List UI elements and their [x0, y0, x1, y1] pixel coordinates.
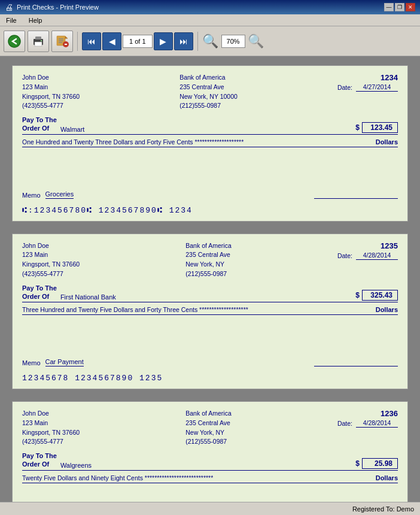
- amount-words: Twenty Five Dollars and Ninety Eight Cen…: [22, 474, 371, 481]
- svg-point-0: [8, 35, 20, 47]
- status-bar: Registered To: Demo: [0, 502, 420, 515]
- check-1: John Doe 123 Main Kingsport, TN 37660 (4…: [12, 65, 408, 222]
- dollars-label: Dollars: [376, 306, 398, 313]
- pay-to-amount: $ 325.43: [355, 290, 398, 301]
- options-icon: [55, 34, 69, 49]
- app-logo-icon: 🖨: [5, 2, 13, 12]
- check-header: John Doe 123 Main Kingsport, TN 37660 (4…: [22, 73, 398, 111]
- pay-to-row: Pay To TheOrder Of Walgreens $ 25.98: [22, 452, 398, 471]
- options-button[interactable]: [51, 31, 73, 52]
- check-bank: Bank of America 235 Central Ave New York…: [185, 241, 231, 279]
- from-phone: (423)555-4777: [22, 101, 80, 111]
- date-label: Date:: [337, 84, 352, 91]
- check-from: John Doe 123 Main Kingsport, TN 37660 (4…: [22, 73, 80, 111]
- check-3: John Doe 123 Main Kingsport, TN 37660 (4…: [12, 401, 408, 502]
- memo-value: Car Payment: [45, 358, 84, 366]
- close-button[interactable]: ✕: [406, 3, 415, 11]
- zoom-group: 🔍 70% 🔍: [202, 33, 264, 50]
- from-city: Kingsport, TN 37660: [22, 92, 80, 102]
- back-icon: [8, 35, 21, 48]
- svg-rect-3: [35, 42, 42, 46]
- pay-to-row: Pay To TheOrder Of First National Bank $…: [22, 284, 398, 303]
- check-middle: [22, 320, 398, 356]
- memo-group: Memo Car Payment: [22, 358, 84, 366]
- menu-bar: File Help: [0, 14, 420, 26]
- dollars-label: Dollars: [376, 474, 398, 481]
- bank-name: Bank of America: [185, 409, 231, 419]
- pay-to-row: Pay To TheOrder Of Walmart $ 123.45: [22, 116, 398, 135]
- memo-row: Memo Car Payment: [22, 358, 398, 366]
- back-button[interactable]: [4, 31, 25, 52]
- check-middle: [22, 152, 398, 188]
- prev-page-button[interactable]: ◀: [102, 32, 121, 50]
- signature-line: [314, 198, 398, 199]
- separator-2: [197, 32, 198, 51]
- check-date-row: Date: 4/28/2014: [337, 252, 398, 260]
- date-value: 4/28/2014: [356, 419, 398, 428]
- from-address: 123 Main: [22, 419, 80, 428]
- amount: 25.98: [362, 458, 398, 469]
- bank-city: New York, NY: [185, 428, 231, 438]
- next-page-button[interactable]: ▶: [154, 32, 173, 50]
- title-bar-buttons: — ❐ ✕: [384, 3, 415, 11]
- check-date-row: Date: 4/27/2014: [337, 83, 398, 92]
- from-name: John Doe: [22, 241, 80, 251]
- zoom-in-button[interactable]: 🔍: [202, 33, 219, 50]
- bank-name: Bank of America: [179, 73, 238, 83]
- bank-phone: (212)555-0987: [185, 437, 231, 447]
- bank-city: New York, NY 10000: [179, 92, 238, 102]
- from-city: Kingsport, TN 37660: [22, 260, 80, 269]
- date-value: 4/27/2014: [356, 83, 398, 92]
- status-text: Registered To: Demo: [352, 505, 414, 513]
- amount: 325.43: [362, 290, 398, 301]
- scroll-area[interactable]: John Doe 123 Main Kingsport, TN 37660 (4…: [0, 56, 420, 502]
- check-2: John Doe 123 Main Kingsport, TN 37660 (4…: [12, 234, 408, 390]
- menu-file[interactable]: File: [2, 16, 20, 25]
- memo-value: Groceries: [45, 190, 74, 199]
- dollar-sign: $: [355, 459, 360, 468]
- amount-words: One Hundred and Twenty Three Dollars and…: [22, 138, 371, 146]
- check-number-date: 1235 Date: 4/28/2014: [337, 241, 398, 279]
- window-title: Print Checks - Print Preview: [17, 4, 99, 11]
- menu-help[interactable]: Help: [25, 16, 46, 25]
- dollars-row: One Hundred and Twenty Three Dollars and…: [22, 137, 398, 147]
- from-phone: (423)555-4777: [22, 437, 80, 447]
- memo-group: Memo Groceries: [22, 190, 74, 199]
- first-page-button[interactable]: ⏮: [82, 32, 101, 50]
- check-bank: Bank of America 235 Central Ave New York…: [179, 73, 238, 111]
- date-label: Date:: [337, 252, 352, 259]
- minimize-button[interactable]: —: [384, 3, 394, 11]
- bank-name: Bank of America: [185, 241, 231, 251]
- svg-point-4: [41, 40, 42, 41]
- date-label: Date:: [337, 420, 352, 427]
- dollar-sign: $: [355, 291, 360, 299]
- pay-to-label: Pay To TheOrder Of: [22, 452, 57, 469]
- page-indicator: 1 of 1: [123, 35, 153, 48]
- check-from: John Doe 123 Main Kingsport, TN 37660 (4…: [22, 409, 80, 447]
- memo-label: Memo: [22, 192, 41, 199]
- check-header: John Doe 123 Main Kingsport, TN 37660 (4…: [22, 409, 398, 447]
- pay-to-amount: $ 123.45: [355, 122, 398, 133]
- svg-marker-6: [65, 36, 68, 38]
- amount-words: Three Hundred and Twenty Five Dollars an…: [22, 306, 371, 313]
- check-middle: [22, 488, 398, 502]
- restore-button[interactable]: ❐: [395, 3, 404, 11]
- pay-to-amount: $ 25.98: [355, 458, 398, 469]
- memo-row: Memo Groceries: [22, 190, 398, 199]
- last-page-button[interactable]: ⏭: [174, 32, 193, 50]
- payee: First National Bank: [60, 293, 355, 301]
- print-button[interactable]: [28, 31, 49, 52]
- check-date-row: Date: 4/28/2014: [337, 419, 398, 428]
- check-number-date: 1234 Date: 4/27/2014: [337, 73, 398, 111]
- zoom-out-button[interactable]: 🔍: [248, 33, 264, 50]
- amount: 123.45: [362, 122, 398, 133]
- micr-line: ⑆:123456780⑆ 1234567890⑆ 1234: [22, 204, 398, 215]
- bank-city: New York, NY: [185, 260, 231, 269]
- from-address: 123 Main: [22, 250, 80, 260]
- check-number: 1236: [337, 409, 398, 418]
- from-address: 123 Main: [22, 83, 80, 92]
- dollar-sign: $: [355, 123, 360, 132]
- from-name: John Doe: [22, 409, 80, 419]
- from-city: Kingsport, TN 37660: [22, 428, 80, 438]
- nav-group: ⏮ ◀ 1 of 1 ▶ ⏭: [82, 32, 193, 50]
